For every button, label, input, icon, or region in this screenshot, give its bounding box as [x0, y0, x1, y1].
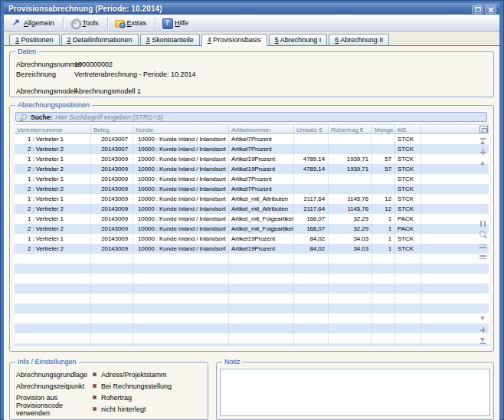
table-row[interactable]: 1 : Vertreter 12014300910000 : Kunde Inl… [15, 234, 489, 244]
cell-vertreternummer [15, 304, 91, 313]
search-bar[interactable]: Suche: Hier Suchbegriff eingeben (STRG+S… [15, 112, 487, 122]
cell-rohertrag: 34,03 [329, 234, 372, 244]
cell-beleg [91, 343, 133, 346]
tab-3-skontoanteile[interactable]: 3 Skontoanteile [140, 34, 200, 45]
table-row[interactable]: 1 : Vertreter 12014300910000 : Kunde Inl… [15, 174, 489, 184]
info-entries: AbrechnungsgrundlageAdress/ProjektstammA… [16, 369, 204, 415]
field-value: Abrechnungsmodell 1 [74, 87, 487, 95]
cell-artikelnummer [229, 254, 294, 264]
table-row[interactable]: 1 : Vertreter 12014300910000 : Kunde Inl… [15, 194, 489, 204]
cell-rohertrag [329, 134, 372, 144]
table-row[interactable]: 1 : Vertreter 12014300710000 : Kunde Inl… [15, 134, 489, 144]
column-header-artikelnummer[interactable]: Artikelnummer [229, 125, 294, 133]
cell-artikelnummer [229, 333, 294, 343]
cell-menge [372, 284, 395, 294]
cell-umsatz [294, 294, 329, 304]
grid-filter-icon[interactable] [478, 251, 488, 261]
cell-umsatz [294, 184, 329, 194]
cell-me: STCK [395, 204, 421, 214]
tab-4-provisionsbasis[interactable]: 4 Provisionsbasis [201, 34, 267, 46]
tab-2-detailinformationen[interactable]: 2 Detailinformationen [61, 34, 139, 45]
cell-rohertrag: 1939,71 [329, 164, 372, 174]
toolbar-button-allgemein[interactable]: Allgemein [8, 16, 60, 30]
table-row[interactable]: 2 : Vertreter 22014300910000 : Kunde Inl… [15, 244, 489, 254]
column-header-me[interactable]: ME [395, 125, 421, 133]
column-header-beleg[interactable]: Beleg [91, 125, 133, 133]
table-row[interactable]: 2 : Vertreter 22014300710000 : Kunde Inl… [15, 144, 489, 154]
cell-artikelnummer: Artikel7Prozent [229, 184, 294, 194]
cell-rohertrag [329, 333, 372, 343]
info-row-provisionscode-verwenden: Provisionscode verwendennicht hinterlegt [16, 403, 204, 415]
table-row[interactable]: 2 : Vertreter 22014300910000 : Kunde Inl… [15, 204, 489, 214]
cell-kunde [133, 284, 229, 294]
info-row-abrechnungszeitpunkt: AbrechnungszeitpunktBei Rechnungsstellun… [16, 380, 204, 392]
cell-menge [372, 294, 395, 304]
cell-artikelnummer [229, 284, 294, 294]
toolbar-button-label: Tools [83, 19, 99, 27]
notiz-textarea[interactable] [220, 369, 490, 416]
cell-artikelnummer [229, 304, 294, 313]
scroll-up-step-icon[interactable] [478, 147, 488, 157]
table-row[interactable]: 2 : Vertreter 22014300910000 : Kunde Inl… [15, 224, 489, 234]
column-header-menge[interactable]: Menge [372, 125, 395, 133]
cell-menge: 1 [372, 234, 395, 244]
grid-list-icon[interactable] [478, 241, 488, 251]
toolbar: AllgemeinToolsExtrasHilfe [4, 15, 499, 32]
cell-rohertrag: 32,29 [329, 214, 372, 224]
cell-me [395, 323, 421, 333]
cell-vertreternummer [15, 254, 91, 264]
cell-vertreternummer [15, 264, 91, 274]
daten-section: Daten Abrechnungsnummer1000000002Bezeich… [9, 51, 494, 97]
column-header-vertreternummer[interactable]: Vertreternummer [15, 125, 91, 133]
column-chooser-icon[interactable] [478, 124, 488, 134]
cell-artikelnummer: Artikel19Prozent [229, 234, 294, 244]
info-section: Info / Einstellungen Abrechnungsgrundlag… [9, 362, 208, 420]
restore-window-button[interactable] [472, 5, 483, 14]
toolbar-button-tools[interactable]: Tools [67, 16, 104, 30]
toolbar-button-extras[interactable]: Extras [111, 16, 152, 30]
grid-zoom-icon[interactable] [478, 230, 488, 240]
cell-rohertrag [329, 294, 372, 304]
positions-table: VertreternummerBelegKundeArtikelnummerUm… [15, 124, 489, 349]
cell-artikelnummer [229, 313, 294, 323]
info-legend: Info / Einstellungen [15, 358, 79, 366]
field-label: Abrechnungsmodell [16, 87, 74, 95]
scroll-down-step-icon[interactable] [478, 325, 488, 335]
toolbar-button-hilfe[interactable]: Hilfe [159, 16, 194, 30]
cell-menge [372, 254, 395, 264]
bullet-icon [93, 372, 97, 376]
scroll-top-icon[interactable] [478, 136, 488, 146]
table-empty-row [15, 313, 489, 323]
scroll-down-icon[interactable] [478, 314, 488, 324]
cell-me [395, 343, 421, 346]
cell-artikelnummer [229, 343, 294, 346]
table-empty-row [15, 343, 489, 346]
cell-beleg: 20143009 [91, 214, 133, 224]
table-empty-row [15, 254, 489, 264]
tab-1-positionen[interactable]: 1 Positionen [9, 34, 60, 45]
cell-menge: 1 [372, 214, 395, 224]
column-header-umsatz[interactable]: Umsatz € [294, 125, 329, 133]
table-row[interactable]: 1 : Vertreter 12014300910000 : Kunde Inl… [15, 214, 489, 224]
column-header-rohertrag[interactable]: Rohertrag € [329, 125, 372, 133]
scroll-up-icon[interactable] [478, 158, 488, 168]
table-empty-row [15, 294, 489, 304]
table-row[interactable]: 1 : Vertreter 12014300910000 : Kunde Inl… [15, 154, 489, 164]
cell-umsatz: 4789,14 [294, 164, 329, 174]
cell-beleg [91, 323, 133, 333]
cell-umsatz: 168,07 [294, 224, 329, 234]
table-empty-row [15, 274, 489, 284]
grid-options-icon[interactable] [478, 219, 488, 229]
search-placeholder: Hier Suchbegriff eingeben (STRG+S) [55, 113, 163, 121]
cell-rohertrag [329, 184, 372, 194]
table-row[interactable]: 2 : Vertreter 22014300910000 : Kunde Inl… [15, 164, 489, 174]
tab-5-abrechnung-i[interactable]: 5 Abrechnung I [269, 34, 328, 45]
scroll-bottom-icon[interactable] [478, 336, 488, 346]
tab-6-abrechnung-ii[interactable]: 6 Abrechnung II [329, 34, 389, 45]
cell-rohertrag [329, 254, 372, 264]
table-row[interactable]: 2 : Vertreter 22014300910000 : Kunde Inl… [15, 184, 489, 194]
column-header-kunde[interactable]: Kunde [133, 125, 229, 133]
cell-vertreternummer: 2 : Vertreter 2 [15, 184, 91, 194]
cell-rohertrag [329, 174, 372, 184]
close-window-button[interactable] [485, 5, 496, 14]
